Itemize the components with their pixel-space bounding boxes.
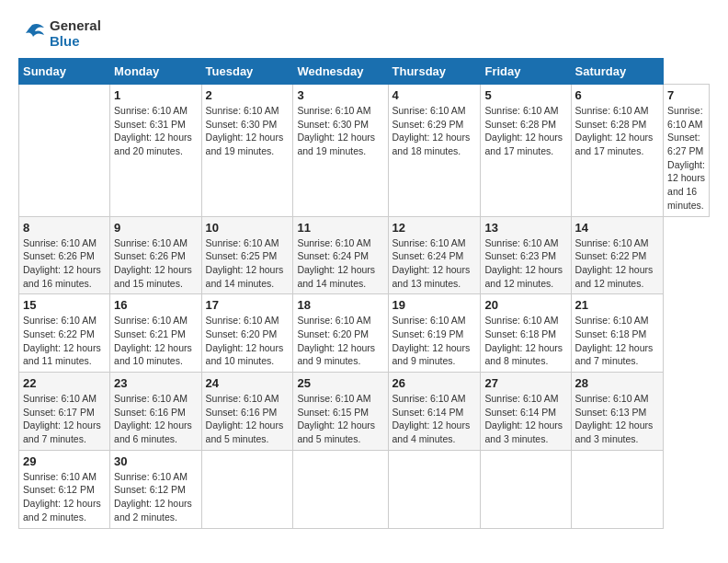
weekday-header-saturday: Saturday (571, 59, 663, 85)
weekday-header-monday: Monday (110, 59, 201, 85)
calendar-cell (571, 450, 663, 528)
day-number: 18 (297, 298, 383, 312)
calendar-cell: 24Sunrise: 6:10 AMSunset: 6:16 PMDayligh… (201, 373, 293, 451)
day-number: 13 (484, 221, 566, 235)
calendar-cell: 5Sunrise: 6:10 AMSunset: 6:28 PMDaylight… (481, 85, 571, 217)
calendar-cell (293, 450, 388, 528)
day-info: Sunrise: 6:10 AMSunset: 6:31 PMDaylight:… (114, 104, 197, 158)
day-number: 5 (484, 88, 566, 102)
day-number: 24 (206, 376, 290, 390)
day-info: Sunrise: 6:10 AMSunset: 6:17 PMDaylight:… (23, 392, 106, 446)
calendar-week-row: 29Sunrise: 6:10 AMSunset: 6:12 PMDayligh… (19, 450, 710, 528)
calendar-cell: 30Sunrise: 6:10 AMSunset: 6:12 PMDayligh… (110, 450, 201, 528)
day-info: Sunrise: 6:10 AMSunset: 6:16 PMDaylight:… (114, 392, 197, 446)
day-info: Sunrise: 6:10 AMSunset: 6:25 PMDaylight:… (206, 236, 290, 291)
day-number: 6 (575, 88, 659, 102)
calendar-cell: 20Sunrise: 6:10 AMSunset: 6:18 PMDayligh… (481, 294, 571, 373)
day-number: 9 (114, 221, 197, 235)
day-info: Sunrise: 6:10 AMSunset: 6:19 PMDaylight:… (392, 314, 477, 368)
calendar-cell: 14Sunrise: 6:10 AMSunset: 6:22 PMDayligh… (571, 216, 663, 294)
calendar-cell (388, 450, 481, 528)
logo-bird-icon (18, 20, 46, 48)
day-number: 3 (297, 88, 383, 102)
day-info: Sunrise: 6:10 AMSunset: 6:30 PMDaylight:… (206, 104, 290, 158)
day-info: Sunrise: 6:10 AMSunset: 6:18 PMDaylight:… (484, 314, 566, 368)
calendar-cell: 11Sunrise: 6:10 AMSunset: 6:24 PMDayligh… (293, 216, 388, 294)
day-info: Sunrise: 6:10 AMSunset: 6:12 PMDaylight:… (114, 470, 197, 524)
calendar-cell: 7Sunrise: 6:10 AMSunset: 6:27 PMDaylight… (664, 85, 710, 217)
weekday-header-thursday: Thursday (388, 59, 481, 85)
calendar-table: SundayMondayTuesdayWednesdayThursdayFrid… (18, 58, 710, 529)
calendar-cell: 3Sunrise: 6:10 AMSunset: 6:30 PMDaylight… (293, 85, 388, 217)
weekday-header-friday: Friday (481, 59, 571, 85)
day-info: Sunrise: 6:10 AMSunset: 6:26 PMDaylight:… (114, 236, 197, 291)
day-info: Sunrise: 6:10 AMSunset: 6:23 PMDaylight:… (484, 236, 566, 291)
calendar-cell: 2Sunrise: 6:10 AMSunset: 6:30 PMDaylight… (201, 85, 293, 217)
day-number: 30 (114, 454, 197, 468)
day-info: Sunrise: 6:10 AMSunset: 6:22 PMDaylight:… (575, 236, 659, 291)
calendar-cell: 13Sunrise: 6:10 AMSunset: 6:23 PMDayligh… (481, 216, 571, 294)
calendar-cell: 29Sunrise: 6:10 AMSunset: 6:12 PMDayligh… (19, 450, 110, 528)
day-info: Sunrise: 6:10 AMSunset: 6:15 PMDaylight:… (297, 392, 383, 446)
calendar-cell: 26Sunrise: 6:10 AMSunset: 6:14 PMDayligh… (388, 373, 481, 451)
calendar-cell: 23Sunrise: 6:10 AMSunset: 6:16 PMDayligh… (110, 373, 201, 451)
day-info: Sunrise: 6:10 AMSunset: 6:14 PMDaylight:… (484, 392, 566, 446)
day-info: Sunrise: 6:10 AMSunset: 6:29 PMDaylight:… (392, 104, 477, 158)
day-info: Sunrise: 6:10 AMSunset: 6:16 PMDaylight:… (206, 392, 290, 446)
day-number: 26 (392, 376, 477, 390)
day-info: Sunrise: 6:10 AMSunset: 6:28 PMDaylight:… (484, 104, 566, 158)
day-number: 4 (392, 88, 477, 102)
day-number: 16 (114, 298, 197, 312)
calendar-cell: 4Sunrise: 6:10 AMSunset: 6:29 PMDaylight… (388, 85, 481, 217)
calendar-cell: 1Sunrise: 6:10 AMSunset: 6:31 PMDaylight… (110, 85, 201, 217)
day-number: 8 (23, 221, 106, 235)
calendar-cell: 19Sunrise: 6:10 AMSunset: 6:19 PMDayligh… (388, 294, 481, 373)
calendar-week-row: 22Sunrise: 6:10 AMSunset: 6:17 PMDayligh… (19, 373, 710, 451)
calendar-cell: 21Sunrise: 6:10 AMSunset: 6:18 PMDayligh… (571, 294, 663, 373)
calendar-week-row: 1Sunrise: 6:10 AMSunset: 6:31 PMDaylight… (19, 85, 710, 217)
calendar-cell: 12Sunrise: 6:10 AMSunset: 6:24 PMDayligh… (388, 216, 481, 294)
day-number: 20 (484, 298, 566, 312)
day-number: 17 (206, 298, 290, 312)
day-number: 29 (23, 454, 106, 468)
calendar-cell: 28Sunrise: 6:10 AMSunset: 6:13 PMDayligh… (571, 373, 663, 451)
calendar-body: 1Sunrise: 6:10 AMSunset: 6:31 PMDaylight… (19, 85, 710, 529)
day-number: 22 (23, 376, 106, 390)
day-info: Sunrise: 6:10 AMSunset: 6:26 PMDaylight:… (23, 236, 106, 291)
logo-text-blue: Blue (50, 34, 101, 50)
day-number: 7 (667, 88, 705, 102)
calendar-cell: 17Sunrise: 6:10 AMSunset: 6:20 PMDayligh… (201, 294, 293, 373)
calendar-cell: 15Sunrise: 6:10 AMSunset: 6:22 PMDayligh… (19, 294, 110, 373)
day-number: 15 (23, 298, 106, 312)
day-number: 11 (297, 221, 383, 235)
day-info: Sunrise: 6:10 AMSunset: 6:20 PMDaylight:… (206, 314, 290, 368)
page-header: General Blue (18, 18, 710, 49)
calendar-week-row: 15Sunrise: 6:10 AMSunset: 6:22 PMDayligh… (19, 294, 710, 373)
day-info: Sunrise: 6:10 AMSunset: 6:13 PMDaylight:… (575, 392, 659, 446)
day-info: Sunrise: 6:10 AMSunset: 6:14 PMDaylight:… (392, 392, 477, 446)
day-info: Sunrise: 6:10 AMSunset: 6:20 PMDaylight:… (297, 314, 383, 368)
calendar-cell: 16Sunrise: 6:10 AMSunset: 6:21 PMDayligh… (110, 294, 201, 373)
weekday-header-tuesday: Tuesday (201, 59, 293, 85)
weekday-header-sunday: Sunday (19, 59, 110, 85)
calendar-cell (19, 85, 110, 217)
day-number: 2 (206, 88, 290, 102)
calendar-cell: 9Sunrise: 6:10 AMSunset: 6:26 PMDaylight… (110, 216, 201, 294)
day-number: 25 (297, 376, 383, 390)
day-info: Sunrise: 6:10 AMSunset: 6:27 PMDaylight:… (667, 104, 705, 213)
day-info: Sunrise: 6:10 AMSunset: 6:28 PMDaylight:… (575, 104, 659, 158)
calendar-cell: 8Sunrise: 6:10 AMSunset: 6:26 PMDaylight… (19, 216, 110, 294)
weekday-header-wednesday: Wednesday (293, 59, 388, 85)
day-info: Sunrise: 6:10 AMSunset: 6:30 PMDaylight:… (297, 104, 383, 158)
day-info: Sunrise: 6:10 AMSunset: 6:22 PMDaylight:… (23, 314, 106, 368)
calendar-cell: 27Sunrise: 6:10 AMSunset: 6:14 PMDayligh… (481, 373, 571, 451)
day-number: 14 (575, 221, 659, 235)
logo: General Blue (18, 18, 101, 49)
calendar-header-row: SundayMondayTuesdayWednesdayThursdayFrid… (19, 59, 710, 85)
day-number: 1 (114, 88, 197, 102)
day-number: 19 (392, 298, 477, 312)
calendar-cell: 10Sunrise: 6:10 AMSunset: 6:25 PMDayligh… (201, 216, 293, 294)
day-info: Sunrise: 6:10 AMSunset: 6:24 PMDaylight:… (392, 236, 477, 291)
day-info: Sunrise: 6:10 AMSunset: 6:24 PMDaylight:… (297, 236, 383, 291)
day-number: 10 (206, 221, 290, 235)
